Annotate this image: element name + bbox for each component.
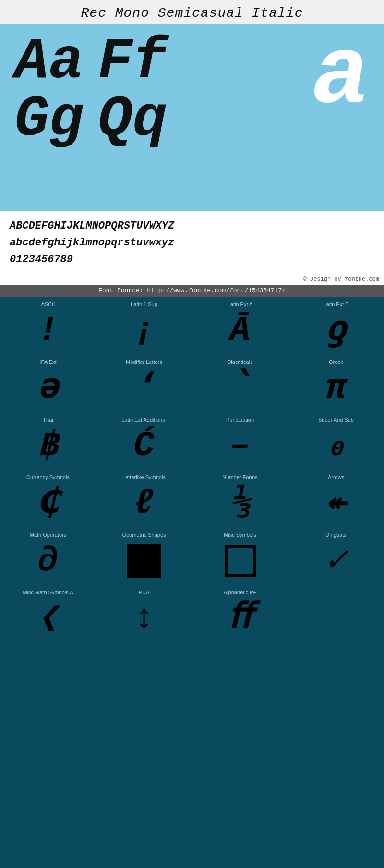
glyph-char: ˋ (231, 369, 249, 408)
glyph-char: Ā (229, 311, 250, 350)
glyph-cell: Latin 1 Sup¡ (96, 297, 192, 354)
glyph-char: ₵ (37, 484, 58, 523)
glyph-char: ฿ (37, 426, 58, 466)
glyph-char (127, 542, 161, 581)
glyph-label: IPA Ext (39, 359, 56, 367)
glyph-char: ✓ (325, 542, 346, 581)
glyph-cell: Geometric Shapes (96, 527, 192, 585)
glyph-label: Modifier Letters (126, 359, 162, 367)
glyph-cell: Modifier Lettersʻ (96, 354, 192, 412)
digits-line: 0123456789 (10, 251, 374, 268)
glyph-cell: Super And Sub₀ (288, 412, 384, 470)
glyph-char: ↞ (325, 484, 346, 523)
glyph-cell (288, 585, 384, 642)
glyph-cell: Latin Ext Bƍ (288, 297, 384, 354)
glyph-label: Math Operators (30, 532, 66, 540)
glyph-cell: Number Forms⅓ (192, 470, 288, 527)
glyph-label: Latin Ext A (228, 301, 253, 309)
glyph-char: ⅓ (229, 484, 250, 523)
glyph-char: ﬀ (228, 599, 252, 639)
header: Rec Mono Semicasual Italic (0, 0, 384, 24)
glyph-cell: Punctuation– (192, 412, 288, 470)
glyph-char: Ć (133, 426, 154, 466)
glyph-label: PUA (139, 590, 150, 597)
glyph-label: Number Forms (222, 474, 257, 482)
glyph-cell: ASCII! (0, 297, 96, 354)
glyph-cell: Thai฿ (0, 412, 96, 470)
glyph-cell: Dingbats✓ (288, 527, 384, 585)
glyph-char (225, 542, 256, 581)
glyph-label: Currency Symbols (26, 474, 70, 482)
glyph-cell: Currency Symbols₵ (0, 470, 96, 527)
glyph-char: ℓ (133, 484, 154, 523)
glyph-cell: Letterlike Symbolsℓ (96, 470, 192, 527)
glyph-label: Alphabetic PF (224, 590, 256, 597)
lowercase-line: abcdefghijklmnopqrstuvwxyz (10, 234, 374, 251)
glyph-char: ! (37, 311, 58, 350)
glyph-char: π (325, 369, 346, 408)
glyph-char: ə (37, 369, 58, 408)
glyph-cell: Misc Symbols (192, 527, 288, 585)
outline-square-icon (225, 545, 256, 577)
glyph-label: Latin 1 Sup (131, 301, 157, 309)
glyph-char: ❮ (37, 599, 58, 639)
source-text: Font Source: http://www.fontke.com/font/… (98, 287, 286, 294)
glyph-label: Super And Sub (318, 417, 354, 424)
glyph-label: Punctuation (226, 417, 254, 424)
sample-qq: Qq (98, 91, 167, 148)
glyph-label: Latin Ext Additional (121, 417, 167, 424)
glyph-label: Arrows (328, 474, 344, 482)
glyph-grid: ASCII!Latin 1 Sup¡Latin Ext AĀLatin Ext … (0, 297, 384, 642)
glyph-cell: Misc Math Symbols A❮ (0, 585, 96, 642)
glyph-label: Greek (329, 359, 343, 367)
glyph-cell: Greekπ (288, 354, 384, 412)
glyph-cell: Math Operators∂ (0, 527, 96, 585)
glyph-label: Diacriticals (227, 359, 252, 367)
glyph-cell: Arrows↞ (288, 470, 384, 527)
font-title: Rec Mono Semicasual Italic (10, 6, 374, 21)
uppercase-line: ABCDEFGHIJKLMNOPQRSTUVWXYZ (10, 217, 374, 234)
glyph-cell: Latin Ext AĀ (192, 297, 288, 354)
filled-square-icon (127, 544, 161, 578)
glyph-char: – (229, 426, 250, 466)
glyph-label: Latin Ext B (323, 301, 348, 309)
sample-ff: Ff (98, 33, 167, 91)
glyph-label: Misc Symbols (224, 532, 256, 540)
glyph-char: ₀ (325, 426, 346, 466)
glyph-char: ¡ (133, 311, 154, 350)
glyph-char: ∂ (37, 542, 58, 581)
glyph-char: ƍ (325, 311, 346, 350)
glyph-cell: Alphabetic PFﬀ (192, 585, 288, 642)
sample-aa: Aa (14, 33, 84, 91)
glyph-label: Letterlike Symbols (122, 474, 166, 482)
preview-area: Aa Ff Gg Qq a (0, 24, 384, 211)
sample-big-a: a (312, 28, 370, 124)
glyph-cell: Latin Ext AdditionalĆ (96, 412, 192, 470)
glyph-cell: PUA↕ (96, 585, 192, 642)
glyph-label: Dingbats (325, 532, 346, 540)
glyph-label: Misc Math Symbols A (23, 590, 73, 597)
source-bar: Font Source: http://www.fontke.com/font/… (0, 285, 384, 297)
alphabet-section: ABCDEFGHIJKLMNOPQRSTUVWXYZ abcdefghijklm… (0, 211, 384, 275)
glyph-label: Geometric Shapes (122, 532, 166, 540)
glyph-cell: IPA Extə (0, 354, 96, 412)
copyright-text: © Design by fontke.com (303, 276, 379, 283)
copyright-line: © Design by fontke.com (0, 275, 384, 285)
glyph-char: ʻ (133, 369, 154, 408)
glyph-label: ASCII (41, 301, 55, 309)
sample-gg: Gg (14, 91, 84, 148)
glyph-char: ↕ (133, 599, 154, 639)
glyph-label: Thai (43, 417, 53, 424)
glyph-cell: Diacriticalsˋ (192, 354, 288, 412)
